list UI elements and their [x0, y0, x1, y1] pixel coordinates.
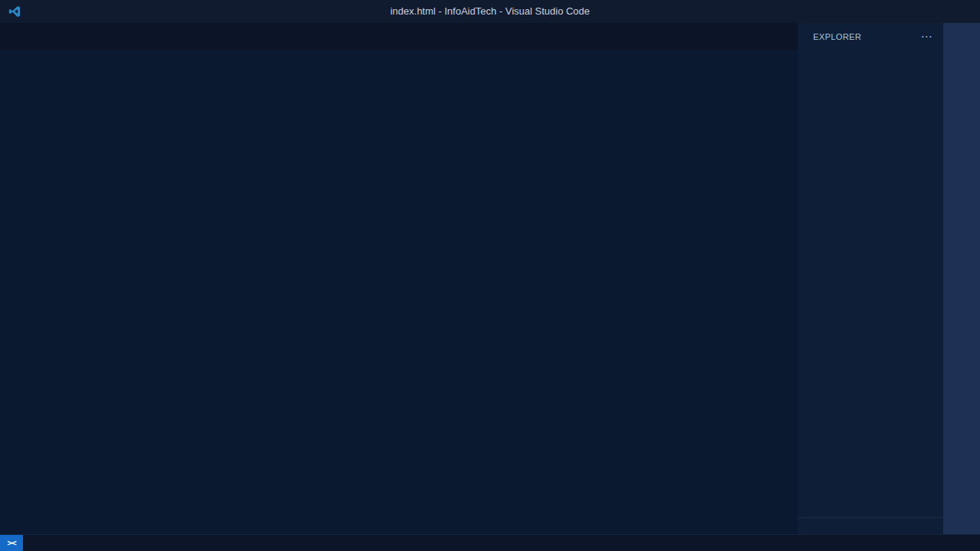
editor-actions [792, 23, 796, 50]
status-bar: >< [0, 534, 980, 551]
window-title: index.html - InfoAidTech - Visual Studio… [0, 0, 980, 23]
sidebar-header: EXPLORER ⋯ [798, 23, 943, 50]
minimap[interactable] [741, 70, 798, 299]
sidebar-more-actions-icon[interactable]: ⋯ [921, 30, 933, 44]
sidebar-title: EXPLORER [813, 32, 861, 41]
remote-icon: >< [7, 538, 15, 548]
vscode-logo-icon [8, 5, 21, 18]
breadcrumb [0, 50, 798, 67]
editor-group [0, 23, 798, 534]
activity-bar [943, 23, 980, 534]
open-editors-section-header[interactable] [798, 50, 943, 67]
tab-bar [0, 23, 798, 50]
title-bar: index.html - InfoAidTech - Visual Studio… [0, 0, 980, 23]
explorer-sidebar: EXPLORER ⋯ [798, 23, 943, 534]
outline-section-header[interactable] [798, 517, 943, 534]
workbench: EXPLORER ⋯ [0, 23, 980, 534]
remote-indicator[interactable]: >< [0, 535, 23, 551]
workspace-section-header[interactable] [798, 67, 943, 83]
code-editor[interactable] [0, 67, 798, 534]
